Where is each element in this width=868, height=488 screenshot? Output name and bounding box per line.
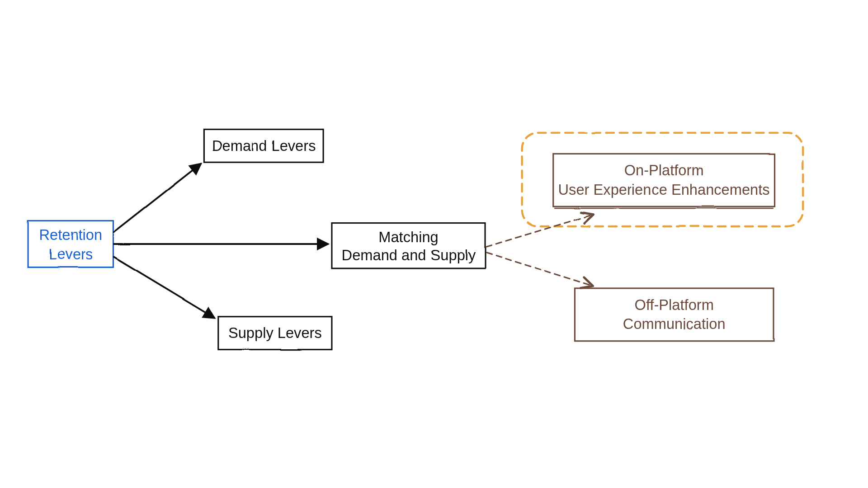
node-demand-levers: Demand Levers [204, 129, 323, 162]
edge-matching-to-offplat [486, 253, 593, 286]
edge-root-to-supply [113, 257, 215, 318]
node-off-platform: Off-Platform Communication [575, 288, 774, 341]
retention-levers-diagram: Retention Levers Demand Levers Supply Le… [0, 0, 868, 488]
node-off-platform-line1: Off-Platform [635, 296, 714, 313]
node-matching-line2: Demand and Supply [342, 247, 476, 263]
node-supply-levers-label: Supply Levers [228, 324, 322, 341]
node-matching: Matching Demand and Supply [332, 223, 485, 268]
node-retention-levers-line1: Retention [39, 226, 102, 243]
node-matching-line1: Matching [378, 229, 438, 245]
node-on-platform-line1: On-Platform [624, 162, 704, 178]
node-off-platform-line2: Communication [623, 315, 726, 332]
node-retention-levers-line2: Levers [48, 246, 93, 263]
edge-matching-to-onplat [486, 215, 593, 247]
edge-root-to-demand [113, 164, 201, 233]
node-demand-levers-label: Demand Levers [212, 137, 316, 154]
node-supply-levers: Supply Levers [218, 317, 332, 350]
node-on-platform-line2: User Experience Enhancements [558, 181, 770, 198]
node-on-platform: On-Platform User Experience Enhancements [553, 154, 775, 208]
node-retention-levers: Retention Levers [28, 221, 113, 267]
